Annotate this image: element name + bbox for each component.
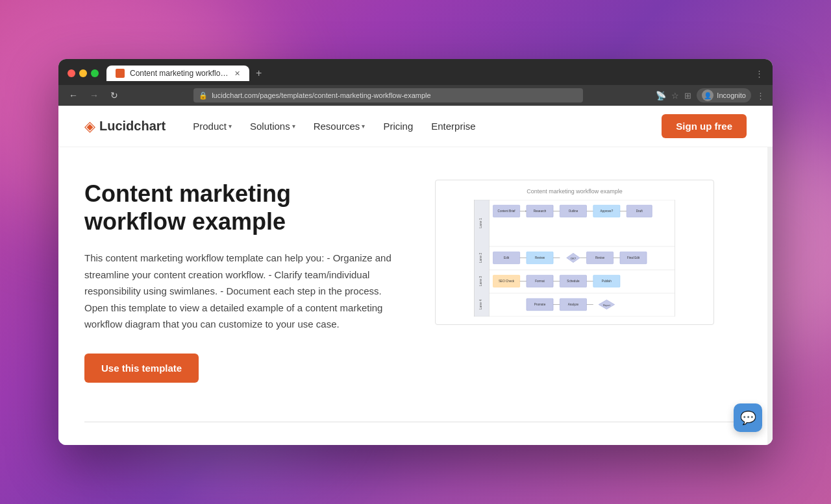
- tab-favicon-icon: [116, 69, 125, 78]
- logo-text: Lucidchart: [99, 119, 166, 134]
- chat-icon: 💬: [740, 410, 756, 426]
- browser-titlebar: Content marketing workflow e... ✕ + ⋮: [58, 59, 773, 85]
- tab-close-button[interactable]: ✕: [234, 69, 240, 78]
- svg-text:Review: Review: [535, 256, 545, 259]
- new-tab-button[interactable]: +: [252, 66, 266, 80]
- svg-text:Lane 4: Lane 4: [478, 300, 482, 310]
- page-title: Content marketingworkflow example: [84, 180, 396, 235]
- svg-text:Content Brief: Content Brief: [498, 210, 516, 213]
- sign-up-free-button[interactable]: Sign up free: [662, 114, 747, 138]
- hero-description: This content marketing workflow template…: [84, 250, 396, 333]
- tab-title: Content marketing workflow e...: [130, 69, 229, 78]
- incognito-label: Incognito: [717, 91, 746, 99]
- diagram-content: Lane 1 Lane 2 Lane 3 Lane 4 Content Brie…: [443, 200, 706, 317]
- nav-cta: Sign up free: [662, 114, 747, 138]
- logo-link[interactable]: ◈ Lucidchart: [84, 118, 166, 135]
- logo-icon: ◈: [84, 118, 95, 135]
- window-controls-right: ⋮: [755, 69, 763, 78]
- svg-text:Report: Report: [603, 304, 610, 307]
- svg-text:Lane 2: Lane 2: [478, 253, 482, 263]
- nav-label-pricing: Pricing: [383, 121, 413, 132]
- browser-toolbar: ← → ↻ 🔒 lucidchart.com/pages/templates/c…: [58, 85, 773, 106]
- nav-item-pricing[interactable]: Pricing: [375, 115, 421, 137]
- nav-item-product[interactable]: Product ▾: [185, 115, 240, 137]
- active-tab[interactable]: Content marketing workflow e... ✕: [106, 66, 249, 81]
- svg-text:Schedule: Schedule: [567, 280, 580, 283]
- forward-button[interactable]: →: [87, 89, 101, 102]
- refresh-button[interactable]: ↻: [108, 89, 121, 102]
- browser-window: Content marketing workflow e... ✕ + ⋮ ← …: [58, 59, 773, 445]
- nav-label-enterprise: Enterprise: [431, 121, 475, 132]
- svg-text:Publish: Publish: [602, 280, 612, 283]
- back-button[interactable]: ←: [66, 89, 81, 102]
- svg-text:Lane 3: Lane 3: [478, 276, 482, 287]
- diagram-preview: Content marketing workflow example Lan: [435, 180, 714, 325]
- svg-text:Edit: Edit: [504, 256, 510, 259]
- svg-text:Approve?: Approve?: [601, 210, 614, 213]
- svg-text:Analyze: Analyze: [568, 303, 579, 306]
- minimize-window-button[interactable]: [79, 69, 87, 77]
- use-this-template-button[interactable]: Use this template: [84, 354, 199, 383]
- nav-label-product: Product: [193, 121, 227, 132]
- svg-text:SEO Check: SEO Check: [499, 280, 515, 283]
- hero-text: Content marketingworkflow example This c…: [84, 180, 396, 383]
- bookmark-icon[interactable]: ☆: [671, 91, 679, 101]
- chevron-down-icon: ▾: [362, 123, 365, 130]
- svg-text:Final Edit: Final Edit: [627, 256, 640, 259]
- incognito-avatar-icon: 👤: [702, 90, 713, 101]
- lock-icon: 🔒: [199, 91, 208, 100]
- svg-text:Outline: Outline: [569, 210, 578, 213]
- section-divider: [84, 422, 747, 422]
- scrollbar-track[interactable]: [767, 106, 773, 445]
- toolbar-right: 📡 ☆ ⊞ 👤 Incognito ⋮: [656, 88, 765, 102]
- svg-text:OK?: OK?: [571, 257, 577, 260]
- chevron-down-icon: ▾: [229, 123, 232, 130]
- chat-button[interactable]: 💬: [734, 403, 762, 432]
- address-bar[interactable]: 🔒 lucidchart.com/pages/templates/content…: [193, 88, 583, 102]
- browser-chrome: Content marketing workflow e... ✕ + ⋮ ← …: [58, 59, 773, 106]
- close-window-button[interactable]: [68, 69, 75, 77]
- url-text: lucidchart.com/pages/templates/content-m…: [212, 91, 430, 99]
- nav-label-resources: Resources: [314, 121, 360, 132]
- tab-bar: Content marketing workflow e... ✕ +: [106, 66, 747, 81]
- svg-text:Lane 1: Lane 1: [478, 218, 482, 228]
- nav-item-solutions[interactable]: Solutions ▾: [242, 115, 303, 137]
- menu-icon[interactable]: ⋮: [756, 91, 765, 101]
- svg-text:Format: Format: [535, 280, 545, 283]
- nav-item-enterprise[interactable]: Enterprise: [423, 115, 483, 137]
- chevron-down-icon: ▾: [292, 123, 295, 130]
- diagram-title: Content marketing workflow example: [443, 188, 706, 195]
- svg-text:Draft: Draft: [636, 210, 643, 213]
- tab-grid-icon[interactable]: ⊞: [684, 91, 691, 101]
- nav-item-resources[interactable]: Resources ▾: [306, 115, 373, 137]
- site-navigation: ◈ Lucidchart Product ▾ Solutions ▾ Resou…: [58, 106, 773, 147]
- nav-links: Product ▾ Solutions ▾ Resources ▾ Pricin…: [185, 115, 662, 137]
- hero-section: Content marketingworkflow example This c…: [58, 147, 740, 409]
- maximize-window-button[interactable]: [91, 69, 99, 77]
- incognito-badge[interactable]: 👤 Incognito: [697, 88, 751, 102]
- nav-label-solutions: Solutions: [250, 121, 290, 132]
- svg-text:Revise: Revise: [595, 256, 605, 259]
- svg-text:Promote: Promote: [534, 303, 546, 306]
- cast-icon[interactable]: 📡: [656, 91, 666, 101]
- traffic-lights: [68, 69, 99, 77]
- svg-text:Research: Research: [534, 210, 547, 213]
- page-content: ◈ Lucidchart Product ▾ Solutions ▾ Resou…: [58, 106, 773, 445]
- workflow-diagram-svg: Lane 1 Lane 2 Lane 3 Lane 4 Content Brie…: [443, 200, 706, 317]
